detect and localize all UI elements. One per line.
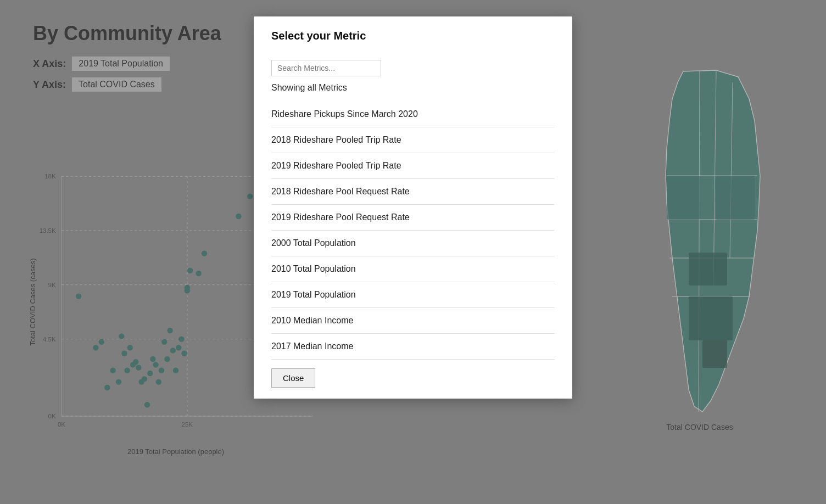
showing-all-label: Showing all Metrics [271, 83, 555, 97]
metric-item[interactable]: 2019 Rideshare Pool Request Rate [271, 205, 555, 231]
metric-item[interactable]: 2017 Median Income [271, 334, 555, 360]
metric-item[interactable]: 2018 Rideshare Pool Request Rate [271, 179, 555, 205]
metric-item[interactable]: 2019 Total Population [271, 282, 555, 308]
metric-item[interactable]: 2010 Median Income [271, 308, 555, 334]
metric-item[interactable]: Rideshare Pickups Since March 2020 [271, 102, 555, 127]
metric-item[interactable]: 2018 Rideshare Pooled Trip Rate [271, 127, 555, 153]
metric-item[interactable]: 2019 Rideshare Pooled Trip Rate [271, 153, 555, 179]
metric-item[interactable]: 2000 Total Population [271, 231, 555, 256]
search-input[interactable] [271, 60, 381, 76]
metric-item[interactable]: 2010 Total Population [271, 256, 555, 282]
modal-body: Showing all Metrics Rideshare Pickups Si… [254, 51, 572, 360]
close-button[interactable]: Close [271, 368, 315, 388]
metric-modal: Select your Metric Showing all Metrics R… [254, 16, 572, 399]
metrics-list[interactable]: Rideshare Pickups Since March 20202018 R… [271, 102, 555, 360]
modal-header: Select your Metric [254, 16, 572, 51]
modal-footer: Close [254, 360, 572, 399]
modal-overlay: Select your Metric Showing all Metrics R… [0, 0, 826, 504]
modal-title: Select your Metric [271, 30, 366, 42]
